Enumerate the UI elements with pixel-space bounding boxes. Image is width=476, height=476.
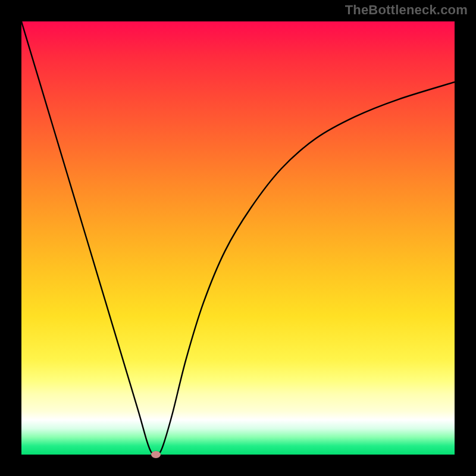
bottleneck-curve-path [21, 21, 455, 455]
watermark-text: TheBottleneck.com [345, 2, 468, 18]
plot-area [21, 21, 455, 455]
curve-svg [21, 21, 455, 455]
minimum-marker [151, 451, 161, 458]
chart-frame: TheBottleneck.com [0, 0, 476, 476]
